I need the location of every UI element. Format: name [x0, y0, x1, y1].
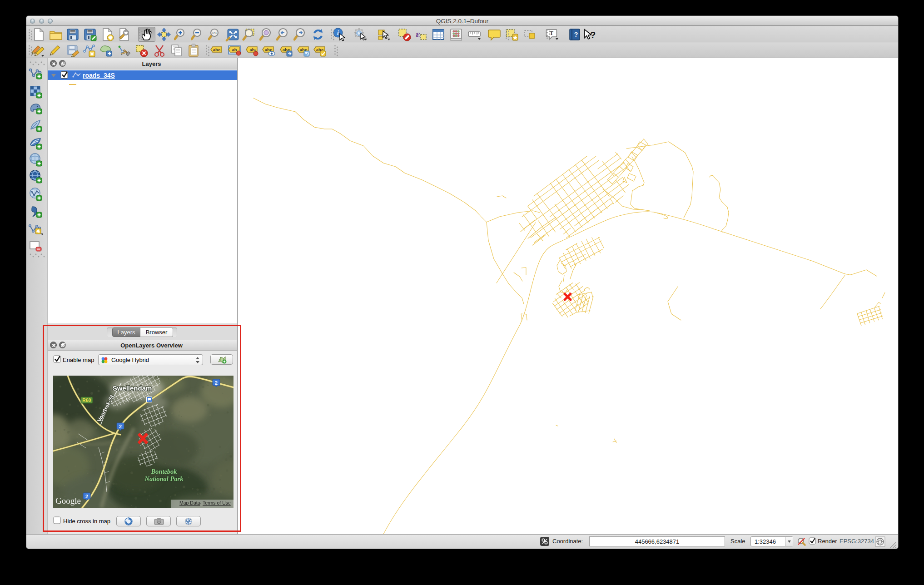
svg-text:?: ? [590, 30, 596, 40]
svg-text:i: i [337, 30, 339, 36]
svg-text:ε: ε [416, 28, 420, 40]
svg-text:?: ? [574, 31, 578, 38]
svg-text:ab: ab [249, 47, 254, 52]
svg-text:roads_34S: roads_34S [83, 72, 115, 79]
svg-text:abc: abc [213, 47, 220, 52]
svg-text:1:1: 1:1 [212, 31, 217, 35]
svg-text:ab: ab [232, 47, 237, 52]
